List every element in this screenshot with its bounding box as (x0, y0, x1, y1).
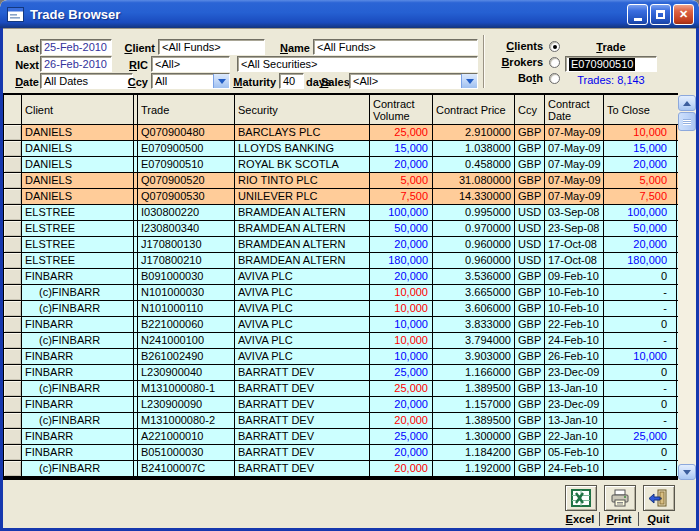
cell-contract-volume[interactable]: 10,000 (370, 301, 433, 316)
cell-contract-volume[interactable]: 10,000 (370, 285, 433, 300)
cell-to-close[interactable]: 5,000 (604, 173, 677, 188)
cell-contract-volume[interactable]: 7,500 (370, 189, 433, 204)
cell-trade[interactable]: N101000030 (138, 285, 235, 300)
cell-to-close[interactable]: - (604, 301, 677, 316)
ric-field[interactable]: <All> (151, 56, 230, 72)
cell-contract-date[interactable]: 17-Oct-08 (545, 237, 604, 252)
cell-client[interactable]: FINBARR (22, 445, 134, 460)
cell-security[interactable]: BARRATT DEV (235, 397, 370, 412)
cell-contract-volume[interactable]: 10,000 (370, 317, 433, 332)
cell-ccy[interactable]: GBP (515, 413, 545, 428)
cell-to-close[interactable]: - (604, 381, 677, 396)
cell-trade[interactable]: B091000030 (138, 269, 235, 284)
row-selector[interactable] (4, 189, 22, 204)
row-selector[interactable] (4, 269, 22, 284)
cell-trade[interactable]: I030800220 (138, 205, 235, 220)
last-date-field[interactable]: 25-Feb-2010 (40, 39, 112, 55)
cell-ccy[interactable]: GBP (515, 461, 545, 476)
cell-contract-date[interactable]: 24-Feb-10 (545, 461, 604, 476)
row-selector[interactable] (4, 445, 22, 460)
cell-contract-volume[interactable]: 100,000 (370, 205, 433, 220)
cell-security[interactable]: BARRATT DEV (235, 381, 370, 396)
cell-contract-date[interactable]: 09-Feb-10 (545, 269, 604, 284)
header-contract-price[interactable]: Contract Price (433, 95, 515, 124)
table-row[interactable]: FINBARRA221000010BARRATT DEV25,0001.3000… (4, 429, 678, 445)
cell-to-close[interactable]: 180,000 (604, 253, 677, 268)
cell-contract-volume[interactable]: 5,000 (370, 173, 433, 188)
cell-trade[interactable]: E070900510 (138, 157, 235, 172)
ccy-dropdown-button[interactable] (213, 74, 229, 88)
row-selector[interactable] (4, 221, 22, 236)
cell-contract-price[interactable]: 1.184200 (433, 445, 515, 460)
cell-contract-price[interactable]: 1.389500 (433, 413, 515, 428)
cell-contract-date[interactable]: 13-Jan-10 (545, 381, 604, 396)
cell-trade[interactable]: N101000110 (138, 301, 235, 316)
cell-ccy[interactable]: GBP (515, 333, 545, 348)
cell-ccy[interactable]: GBP (515, 317, 545, 332)
cell-trade[interactable]: Q070900530 (138, 189, 235, 204)
row-selector[interactable] (4, 285, 22, 300)
ccy-combobox[interactable]: All (151, 73, 230, 89)
row-selector[interactable] (4, 413, 22, 428)
table-row[interactable]: (c)FINBARRN101000030AVIVA PLC10,0003.665… (4, 285, 678, 301)
cell-security[interactable]: BRAMDEAN ALTERN (235, 237, 370, 252)
cell-contract-date[interactable]: 10-Feb-10 (545, 301, 604, 316)
cell-client[interactable]: DANIELS (22, 157, 134, 172)
table-row[interactable]: (c)FINBARRM131000080-1BARRATT DEV25,0001… (4, 381, 678, 397)
cell-client[interactable]: (c)FINBARR (22, 413, 134, 428)
cell-contract-price[interactable]: 0.970000 (433, 221, 515, 236)
scroll-up-button[interactable] (678, 95, 696, 111)
cell-ccy[interactable]: USD (515, 237, 545, 252)
row-selector[interactable] (4, 349, 22, 364)
next-date-field[interactable]: 26-Feb-2010 (40, 56, 112, 72)
cell-to-close[interactable]: 7,500 (604, 189, 677, 204)
cell-client[interactable]: (c)FINBARR (22, 301, 134, 316)
cell-ccy[interactable]: USD (515, 253, 545, 268)
print-button[interactable] (604, 485, 636, 511)
cell-contract-price[interactable]: 1.038000 (433, 141, 515, 156)
cell-contract-date[interactable]: 05-Feb-10 (545, 445, 604, 460)
cell-client[interactable]: DANIELS (22, 189, 134, 204)
cell-contract-date[interactable]: 07-May-09 (545, 125, 604, 140)
clients-radio-option[interactable]: Clients (489, 38, 560, 54)
quit-button[interactable] (643, 485, 675, 511)
cell-contract-date[interactable]: 03-Sep-08 (545, 205, 604, 220)
header-client[interactable]: Client (22, 95, 134, 124)
sales-dropdown-button[interactable] (461, 74, 477, 88)
cell-client[interactable]: (c)FINBARR (22, 333, 134, 348)
cell-contract-price[interactable]: 3.606000 (433, 301, 515, 316)
scrollbar-track[interactable] (678, 131, 696, 464)
cell-contract-price[interactable]: 1.166000 (433, 365, 515, 380)
cell-client[interactable]: ELSTREE (22, 237, 134, 252)
table-row[interactable]: (c)FINBARRN241000100AVIVA PLC10,0003.794… (4, 333, 678, 349)
cell-contract-date[interactable]: 23-Dec-09 (545, 365, 604, 380)
row-selector[interactable] (4, 461, 22, 476)
client-field[interactable]: <All Funds> (158, 39, 265, 55)
cell-client[interactable]: ELSTREE (22, 253, 134, 268)
cell-contract-volume[interactable]: 20,000 (370, 269, 433, 284)
cell-contract-date[interactable]: 24-Feb-10 (545, 333, 604, 348)
cell-to-close[interactable]: - (604, 461, 677, 476)
table-row[interactable]: ELSTREEJ170800210BRAMDEAN ALTERN180,0000… (4, 253, 678, 269)
row-selector[interactable] (4, 205, 22, 220)
cell-ccy[interactable]: GBP (515, 125, 545, 140)
cell-contract-volume[interactable]: 25,000 (370, 125, 433, 140)
cell-client[interactable]: ELSTREE (22, 205, 134, 220)
brokers-radio-button[interactable] (549, 57, 560, 68)
cell-trade[interactable]: M131000080-1 (138, 381, 235, 396)
cell-contract-volume[interactable]: 15,000 (370, 141, 433, 156)
row-selector[interactable] (4, 317, 22, 332)
row-selector[interactable] (4, 173, 22, 188)
cell-security[interactable]: BARRATT DEV (235, 429, 370, 444)
cell-security[interactable]: BRAMDEAN ALTERN (235, 205, 370, 220)
securities-field[interactable]: <All Securities> (237, 56, 478, 72)
cell-ccy[interactable]: USD (515, 205, 545, 220)
cell-to-close[interactable]: 20,000 (604, 237, 677, 252)
cell-client[interactable]: FINBARR (22, 349, 134, 364)
excel-button[interactable] (565, 485, 597, 511)
cell-client[interactable]: DANIELS (22, 125, 134, 140)
cell-contract-volume[interactable]: 20,000 (370, 461, 433, 476)
row-selector[interactable] (4, 397, 22, 412)
cell-ccy[interactable]: GBP (515, 189, 545, 204)
cell-ccy[interactable]: GBP (515, 349, 545, 364)
